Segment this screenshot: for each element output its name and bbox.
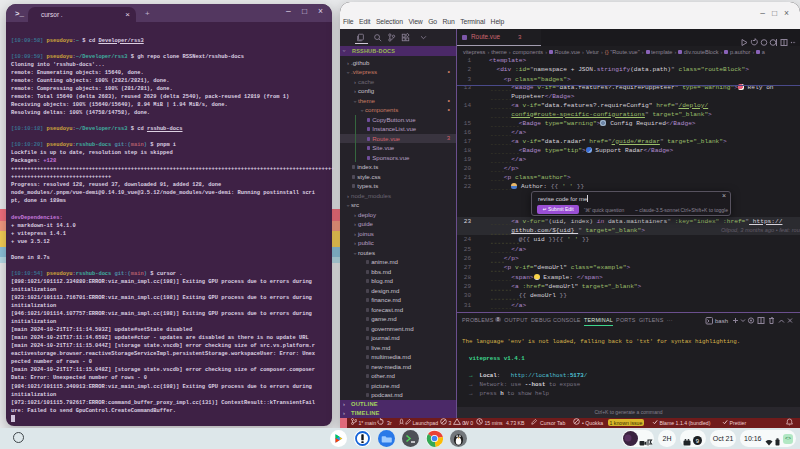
svg-text:bash: bash <box>715 318 728 324</box>
